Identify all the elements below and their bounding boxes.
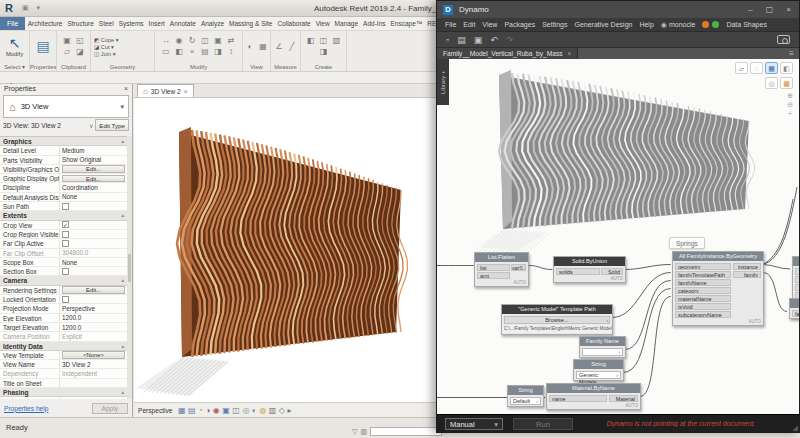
ribbon-tab[interactable]: Analyze <box>198 20 226 27</box>
tool-icon[interactable]: ↻ <box>186 36 198 46</box>
string-input-field[interactable]: Generic Models› <box>576 371 621 379</box>
property-value[interactable]: 304800.0 <box>60 248 127 257</box>
property-value[interactable]: None <box>60 258 127 267</box>
constraints-icon[interactable]: ▸ <box>287 406 291 415</box>
input-port[interactable]: familyTemplatePath <box>675 271 731 278</box>
input-port[interactable]: solids <box>556 268 600 275</box>
ribbon-tab[interactable]: Systems <box>116 20 146 27</box>
geometry-view-icon[interactable]: ◧ <box>780 62 793 74</box>
tool-icon[interactable]: ◫ <box>199 36 211 46</box>
property-value[interactable]: Show All <box>60 397 127 399</box>
property-value[interactable]: None <box>60 192 127 201</box>
property-value[interactable]: Show Original <box>60 155 127 164</box>
ribbon-tab-file[interactable]: File <box>0 17 25 31</box>
analysis-icon[interactable]: ◇ <box>279 406 285 415</box>
node-template-path[interactable]: "Generic Model" Template PathBrowse...›C… <box>501 304 613 335</box>
node-header[interactable]: String <box>574 360 623 369</box>
tool-icon[interactable]: ◫ <box>318 36 330 46</box>
save-icon[interactable]: ▣ <box>474 35 483 45</box>
node-header[interactable]: Family Name <box>580 337 625 346</box>
open-file-icon[interactable]: ▤ <box>457 35 466 45</box>
edit-type-button[interactable]: Edit Type <box>95 119 129 131</box>
lock-view-icon[interactable]: ◎ <box>242 406 249 415</box>
node-familyinstance-bygeometry[interactable]: All FamilyInstance.ByGeometrygeometryfam… <box>672 251 764 326</box>
workspace-tab[interactable]: Family__Model_Vertical_Ruba_by_Mass × <box>437 48 578 59</box>
ribbon-tab[interactable]: Massing & Site <box>227 20 275 27</box>
properties-scrollbar[interactable] <box>127 136 132 399</box>
property-section-header[interactable]: Phasing▴ <box>0 388 127 397</box>
zoom-out-icon[interactable]: ⊖ <box>787 101 793 109</box>
tool-icon[interactable]: ↕ <box>225 47 237 57</box>
tool-icon[interactable]: ↔ <box>160 36 172 46</box>
notification-toggle[interactable] <box>702 21 719 28</box>
menu-help[interactable]: Help <box>639 21 653 28</box>
string-input-field[interactable]: Default› <box>510 397 541 405</box>
show-crop-icon[interactable]: ◫ <box>232 406 240 415</box>
tool-icon[interactable]: ⇄ <box>225 36 237 46</box>
input-port[interactable]: name <box>549 395 607 402</box>
shadows-icon[interactable]: ◑ <box>205 406 210 415</box>
crop-region-icon[interactable]: ▣ <box>222 406 230 415</box>
filter-icon[interactable]: ▽ <box>352 428 357 436</box>
node-list-flatten[interactable]: List.Flattenlistamtvar[]..[]AUTO <box>474 252 529 287</box>
node-header[interactable]: Solid.ByUnion <box>554 257 625 266</box>
property-section-header[interactable]: Identity Data▴ <box>0 342 127 351</box>
menu-settings[interactable]: Settings <box>542 21 567 28</box>
detail-level-icon[interactable]: ▤ <box>188 406 196 415</box>
tool-icon[interactable]: ▣ <box>212 36 224 46</box>
input-port[interactable] <box>795 276 799 283</box>
ribbon-tab[interactable]: Collaborate <box>275 20 313 27</box>
property-checkbox[interactable] <box>62 231 69 238</box>
temporary-hide-icon[interactable]: ◐ <box>252 406 257 415</box>
new-file-icon[interactable]: ▫ <box>446 35 449 45</box>
property-edit-button[interactable]: Edit... <box>62 165 125 172</box>
output-port[interactable]: var[]..[] <box>511 264 526 271</box>
lacing-label[interactable]: AUTO <box>554 276 625 282</box>
run-mode-dropdown[interactable]: Manual ▾ <box>445 418 503 430</box>
menu-packages[interactable]: Packages <box>504 21 535 28</box>
close-icon[interactable]: × <box>184 88 188 95</box>
input-port[interactable]: materialName <box>675 295 731 302</box>
zoom-in-icon[interactable]: ⊕ <box>787 92 793 100</box>
tool-icon[interactable]: ◧ <box>305 36 317 46</box>
tool-icon[interactable]: ▭ <box>160 47 172 57</box>
input-port[interactable]: isVoid <box>675 303 731 310</box>
property-checkbox[interactable] <box>62 203 69 210</box>
property-section-header[interactable]: Camera▴ <box>0 276 127 285</box>
rendering-icon[interactable]: ◉ <box>213 406 220 415</box>
sun-path-icon[interactable]: ◔ <box>198 406 203 415</box>
tool-icon[interactable]: ◐ <box>244 42 256 52</box>
type-selector[interactable]: ⌂ 3D View ▾ <box>3 95 129 118</box>
node-header[interactable]: List.Flatten <box>475 253 528 262</box>
node-string-default[interactable]: StringDefault› <box>507 385 544 407</box>
ribbon-tab[interactable]: Enscape™ <box>388 20 425 27</box>
library-collapsed-tab[interactable]: Library + <box>437 59 449 105</box>
tool-icon[interactable]: ◨ <box>212 47 224 57</box>
graph-view-icon[interactable]: ▦ <box>765 62 778 74</box>
node-header[interactable] <box>790 299 799 308</box>
workset-icon[interactable]: ▥ <box>360 428 367 436</box>
ribbon-tool[interactable]: ◪ Cut ▾ <box>94 44 151 50</box>
node-header[interactable]: String <box>508 386 543 395</box>
ribbon-big-button[interactable]: ↖Modify <box>0 31 29 62</box>
chevron-down-icon[interactable]: ▾ <box>120 103 124 111</box>
orbit-tool-icon[interactable]: ◌ <box>750 62 763 74</box>
node-header[interactable]: Material.ByName <box>547 384 640 393</box>
tool-icon[interactable]: ◨ <box>318 47 330 57</box>
tool-icon[interactable]: ◪ <box>74 47 86 57</box>
close-icon[interactable]: × <box>567 50 571 57</box>
output-port[interactable]: › <box>616 372 618 378</box>
resize-grip-icon[interactable]: ◢ <box>793 424 798 432</box>
output-port[interactable]: instance <box>733 263 761 270</box>
visual-style-icon[interactable]: ▦ <box>178 406 186 415</box>
redo-icon[interactable]: ↷ <box>506 35 514 45</box>
tool-icon[interactable]: × <box>186 47 198 57</box>
property-edit-button[interactable]: <None> <box>62 351 125 358</box>
output-port[interactable]: › <box>606 317 608 324</box>
input-port[interactable]: fam <box>792 310 799 317</box>
property-value[interactable]: Independent <box>60 369 127 378</box>
property-value[interactable]: 1200.0 <box>60 323 127 332</box>
export-image-icon[interactable] <box>777 35 790 44</box>
input-port[interactable]: geometry <box>675 263 731 270</box>
property-edit-button[interactable]: Edit... <box>62 286 125 293</box>
